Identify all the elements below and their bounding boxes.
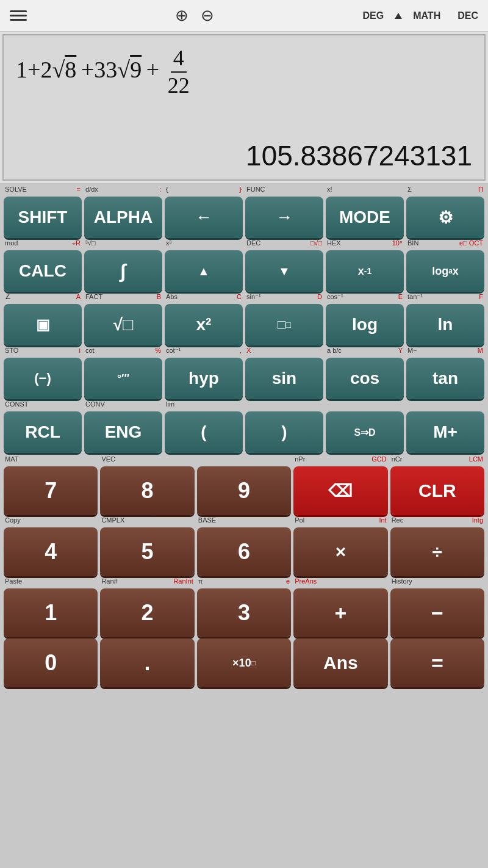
row-sub-2: mod÷R ³√□ x³ DEC□√□ HEX10ˣ BINe□ OCT [2, 239, 486, 250]
dot-button[interactable]: . [100, 638, 194, 687]
display-area: 1+2√8 +33√9 + 422 105.83867243131 [2, 34, 486, 181]
log-button[interactable]: log [326, 304, 404, 345]
deg-label: DEG [363, 10, 384, 21]
lparen-button[interactable]: ( [165, 411, 243, 453]
sub-M: M [478, 347, 483, 358]
sub-mod: mod [5, 239, 18, 250]
ln-button[interactable]: ln [406, 304, 484, 345]
sub-history: History [392, 577, 412, 588]
sub-mat: MAT [5, 455, 18, 466]
dms-button[interactable]: °′″ [84, 358, 162, 399]
one-button[interactable]: 1 [4, 588, 98, 637]
sub-sto: STO [5, 347, 18, 358]
loga-button[interactable]: logax [406, 250, 484, 292]
menu-button[interactable] [10, 10, 27, 21]
sub-abc: a b/c [327, 347, 342, 358]
three-button[interactable]: 3 [197, 588, 291, 637]
nine-button[interactable]: 9 [197, 466, 291, 515]
row-sub-1: SOLVE= d/dx: {} FUNC x! ΣΠ [2, 186, 486, 197]
backspace-button[interactable]: ⌫ [293, 466, 387, 515]
sub-pol: Pol [295, 516, 304, 527]
eng-button[interactable]: ENG [84, 411, 162, 453]
sub-sinv: sin⁻¹ [246, 293, 261, 304]
sub-divr: ÷R [72, 239, 81, 250]
five-button[interactable]: 5 [100, 527, 194, 576]
row-4: (−) °′″ hyp sin cos tan [2, 358, 486, 399]
eight-button[interactable]: 8 [100, 466, 194, 515]
sub-conv: CONV [85, 400, 105, 411]
hyp-button[interactable]: hyp [165, 358, 243, 399]
sin-button[interactable]: sin [245, 358, 323, 399]
zoom-in-button[interactable]: ⊕ [171, 5, 192, 26]
sub-ddx: d/dx [85, 186, 98, 197]
clr-button[interactable]: CLR [390, 466, 484, 515]
rcl-button[interactable]: RCL [4, 411, 82, 453]
sub-C: C [237, 293, 242, 304]
plus-button[interactable]: + [293, 588, 387, 637]
sub-ex-oct: e□ OCT [459, 239, 483, 250]
equals-button[interactable]: = [390, 638, 484, 687]
sub-angle: ∠ [5, 293, 11, 304]
frac-button[interactable]: ▣ [4, 304, 82, 345]
row-8: 1 2 3 + − [2, 588, 486, 637]
sub-ncr: nCr [392, 455, 403, 466]
zero-button[interactable]: 0 [4, 638, 98, 687]
multiply-button[interactable]: × [293, 527, 387, 576]
up-button[interactable]: ▲ [165, 250, 243, 292]
sub-cosinv: cos⁻¹ [327, 293, 343, 304]
exp10-button[interactable]: ×10□ [197, 638, 291, 687]
four-button[interactable]: 4 [4, 527, 98, 576]
top-status: DEG MATH DEC [363, 10, 478, 21]
sub-cotinv: cot⁻¹ [166, 347, 181, 358]
rparen-button[interactable]: ) [245, 411, 323, 453]
sub-abs: Abs [166, 293, 178, 304]
display-result: 105.83867243131 [16, 139, 472, 172]
sub-bin: BIN [407, 239, 418, 250]
sub-pct: % [155, 347, 161, 358]
minus-button[interactable]: − [390, 588, 484, 637]
top-center: ⊕ ⊖ [171, 5, 218, 26]
sub-E: E [398, 293, 403, 304]
left-arrow-button[interactable]: ← [165, 197, 243, 238]
xinv-button[interactable]: x-1 [326, 250, 404, 292]
row-sub-4: STOi cot% cot⁻¹, X a b/cY M−M [2, 347, 486, 358]
integral-button[interactable]: ∫ [84, 250, 162, 292]
mplus-button[interactable]: M+ [406, 411, 484, 453]
sub-lbrace: { [166, 186, 168, 197]
down-button[interactable]: ▼ [245, 250, 323, 292]
cos-button[interactable]: cos [326, 358, 404, 399]
zoom-out-button[interactable]: ⊖ [197, 5, 218, 26]
sub-X: X [246, 347, 251, 358]
sub-eq: = [77, 186, 81, 197]
settings-button[interactable]: ⚙ [406, 197, 484, 238]
divide-button[interactable]: ÷ [390, 527, 484, 576]
right-arrow-button[interactable]: → [245, 197, 323, 238]
mode-button[interactable]: MODE [326, 197, 404, 238]
sub-i: i [79, 347, 81, 358]
row-6: 7 8 9 ⌫ CLR [2, 466, 486, 515]
calc-button[interactable]: CALC [4, 250, 82, 292]
sub-solve: SOLVE [5, 186, 27, 197]
six-button[interactable]: 6 [197, 527, 291, 576]
tan-button[interactable]: tan [406, 358, 484, 399]
sub-ranint: RanInt [173, 577, 193, 588]
sqrt-button[interactable]: √□ [84, 304, 162, 345]
shift-button[interactable]: SHIFT [4, 197, 82, 238]
sub-int: Int [379, 516, 386, 527]
alpha-button[interactable]: ALPHA [84, 197, 162, 238]
sub-nsqrt: □√□ [310, 239, 322, 250]
two-button[interactable]: 2 [100, 588, 194, 637]
sub-lim: lim [166, 400, 174, 411]
row-sub-6: MAT VEC nPrGCD nCrLCM [2, 455, 486, 466]
sub-func: FUNC [246, 186, 265, 197]
negate-button[interactable]: (−) [4, 358, 82, 399]
sub-taninv: tan⁻¹ [407, 293, 423, 304]
power-button[interactable]: □□ [245, 304, 323, 345]
row-9: 0 . ×10□ Ans = [2, 638, 486, 687]
xsq-button[interactable]: x² [165, 304, 243, 345]
row-3: ▣ √□ x² □□ log ln [2, 304, 486, 345]
ans-button[interactable]: Ans [293, 638, 387, 687]
std-button[interactable]: S⇒D [326, 411, 404, 453]
row-sub-3: ∠A FACTB AbsC sin⁻¹D cos⁻¹E tan⁻¹F [2, 293, 486, 304]
seven-button[interactable]: 7 [4, 466, 98, 515]
